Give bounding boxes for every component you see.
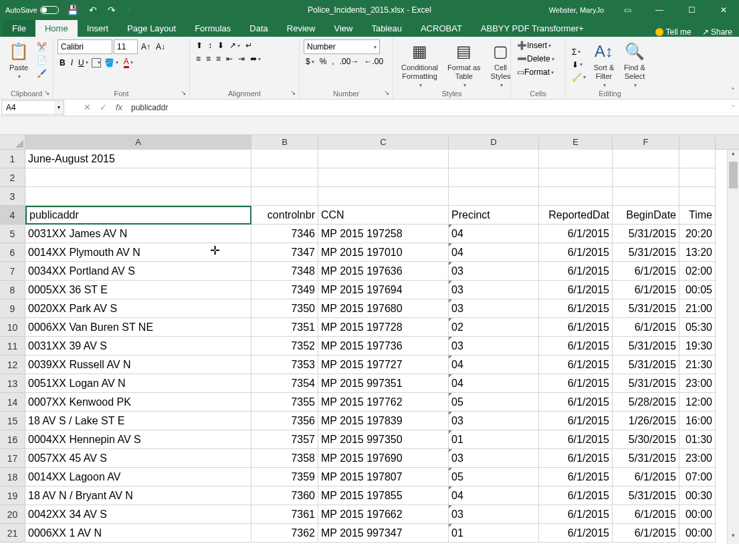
tell-me-search[interactable]: Tell me xyxy=(655,27,692,37)
cell[interactable]: 0031XX James AV N xyxy=(25,225,251,243)
cell[interactable] xyxy=(539,187,613,206)
scroll-up-button[interactable]: ▴ xyxy=(728,150,739,162)
cell[interactable]: 16:00 xyxy=(679,412,716,430)
row-header[interactable]: 14 xyxy=(0,393,25,412)
cell[interactable]: 7361 xyxy=(251,505,318,524)
cell[interactable]: 6/1/2015 xyxy=(539,299,613,318)
column-header[interactable]: E xyxy=(539,135,613,150)
cell[interactable]: 6/1/2015 xyxy=(539,430,613,449)
bold-button[interactable]: B xyxy=(58,57,68,69)
cell[interactable]: 7347 xyxy=(251,243,318,262)
cell[interactable]: 5/30/2015 xyxy=(613,430,679,449)
enter-formula-button[interactable]: ✓ xyxy=(95,101,111,114)
collapse-ribbon-button[interactable]: ˄ xyxy=(731,87,735,96)
cell[interactable]: 6/1/2015 xyxy=(613,318,679,337)
cell[interactable]: MP 2015 197728 xyxy=(318,318,449,337)
cell[interactable]: 04 xyxy=(449,243,539,262)
cell[interactable]: 7354 xyxy=(251,374,318,393)
cell[interactable] xyxy=(613,168,679,187)
row-header[interactable]: 11 xyxy=(0,337,25,356)
cell[interactable]: 21:00 xyxy=(679,299,716,318)
autosave-toggle[interactable]: AutoSave xyxy=(5,6,59,14)
cell[interactable]: 7352 xyxy=(251,337,318,356)
font-name-combo[interactable] xyxy=(58,39,112,54)
cell[interactable]: 20:20 xyxy=(679,225,716,243)
cell[interactable]: MP 2015 197690 xyxy=(318,449,449,468)
cell[interactable]: 6/1/2015 xyxy=(539,374,613,393)
percent-format-button[interactable]: % xyxy=(318,55,329,67)
cell[interactable]: 07:00 xyxy=(679,468,716,486)
cell[interactable]: 7346 xyxy=(251,225,318,243)
maximize-button[interactable]: ☐ xyxy=(676,0,707,19)
cell[interactable]: 6/1/2015 xyxy=(613,262,679,281)
cell[interactable]: 03 xyxy=(449,449,539,468)
cell[interactable]: MP 2015 197010 xyxy=(318,243,449,262)
row-header[interactable]: 17 xyxy=(0,449,25,468)
conditional-formatting-button[interactable]: ▦ Conditional Formatting▾ xyxy=(397,39,442,90)
cell[interactable]: 6/1/2015 xyxy=(539,225,613,243)
cell[interactable]: 6/1/2015 xyxy=(539,356,613,374)
row-header[interactable]: 6 xyxy=(0,243,25,262)
decrease-decimal-button[interactable]: ←.00 xyxy=(362,55,385,67)
cell[interactable]: 5/28/2015 xyxy=(613,393,679,412)
cell[interactable]: Precinct xyxy=(449,206,539,225)
cell[interactable]: 7358 xyxy=(251,449,318,468)
undo-icon[interactable]: ↶ xyxy=(86,5,100,15)
cell[interactable]: MP 2015 197680 xyxy=(318,299,449,318)
cut-button[interactable]: ✂️ xyxy=(35,41,49,53)
cell[interactable]: 04 xyxy=(449,225,539,243)
tab-tableau[interactable]: Tableau xyxy=(362,20,411,37)
cell[interactable]: 6/1/2015 xyxy=(539,412,613,430)
underline-button[interactable]: U▾ xyxy=(76,57,90,69)
cell[interactable]: 5/31/2015 xyxy=(613,486,679,505)
cell[interactable] xyxy=(318,168,449,187)
number-format-combo[interactable]: Number▾ xyxy=(304,39,380,54)
minimize-button[interactable]: — xyxy=(644,0,675,19)
cell[interactable]: Time xyxy=(679,206,716,225)
cell[interactable]: MP 2015 197258 xyxy=(318,225,449,243)
wrap-text-button[interactable]: ↵ xyxy=(243,39,254,51)
cell[interactable]: 6/1/2015 xyxy=(539,337,613,356)
cell[interactable]: 5/31/2015 xyxy=(613,356,679,374)
cell[interactable]: 5/31/2015 xyxy=(613,449,679,468)
tab-acrobat[interactable]: ACROBAT xyxy=(411,20,471,37)
insert-function-button[interactable]: fx xyxy=(111,101,127,114)
spreadsheet-grid[interactable]: ABCDEF 1June-August 2015234publicaddrcon… xyxy=(0,135,739,544)
scroll-thumb[interactable] xyxy=(729,162,738,188)
cell[interactable]: 0014XX Lagoon AV xyxy=(25,468,251,486)
cell[interactable]: 00:00 xyxy=(679,505,716,524)
select-all-button[interactable] xyxy=(0,135,25,150)
align-bottom-button[interactable]: ⬇ xyxy=(215,39,226,51)
row-header[interactable]: 1 xyxy=(0,150,25,168)
italic-button[interactable]: I xyxy=(69,57,75,69)
tab-abbyy[interactable]: ABBYY PDF Transformer+ xyxy=(471,20,593,37)
clear-button[interactable]: 🧹▾ xyxy=(570,72,588,84)
clipboard-launcher[interactable]: ↘ xyxy=(43,89,51,97)
cell[interactable]: 0005XX 36 ST E xyxy=(25,281,251,299)
increase-indent-button[interactable]: ⇥ xyxy=(236,53,247,65)
cell[interactable]: 6/1/2015 xyxy=(539,524,613,543)
cell[interactable] xyxy=(25,168,251,187)
cell[interactable]: 6/1/2015 xyxy=(539,262,613,281)
share-button[interactable]: ↗ Share xyxy=(702,27,732,37)
cell[interactable]: 18 AV N / Bryant AV N xyxy=(25,486,251,505)
cell[interactable]: MP 2015 197807 xyxy=(318,468,449,486)
cell[interactable]: 7360 xyxy=(251,486,318,505)
cell[interactable]: 5/31/2015 xyxy=(613,337,679,356)
cell[interactable] xyxy=(679,168,716,187)
autosum-button[interactable]: Σ▾ xyxy=(570,46,588,58)
cell[interactable]: 6/1/2015 xyxy=(613,505,679,524)
align-top-button[interactable]: ⬆ xyxy=(194,39,205,51)
tab-formulas[interactable]: Formulas xyxy=(185,20,240,37)
row-header[interactable]: 9 xyxy=(0,299,25,318)
decrease-indent-button[interactable]: ⇤ xyxy=(224,53,235,65)
cell[interactable]: June-August 2015 xyxy=(25,150,251,168)
cell[interactable]: 6/1/2015 xyxy=(539,505,613,524)
cell[interactable]: CCN xyxy=(318,206,449,225)
cell[interactable]: 0042XX 34 AV S xyxy=(25,505,251,524)
cell[interactable]: 5/31/2015 xyxy=(613,374,679,393)
cell[interactable]: 6/1/2015 xyxy=(539,486,613,505)
cell[interactable]: 6/1/2015 xyxy=(613,524,679,543)
cell[interactable] xyxy=(539,150,613,168)
cell[interactable] xyxy=(539,168,613,187)
